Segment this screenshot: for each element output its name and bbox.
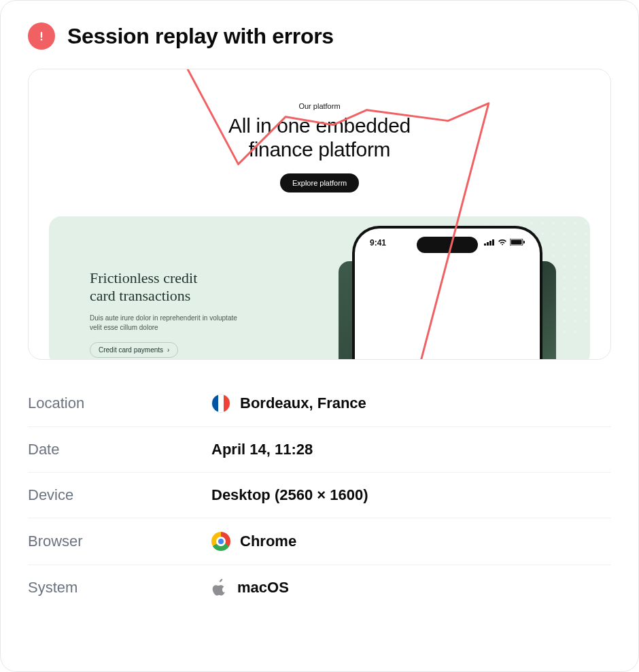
meta-value: macOS [211,579,289,597]
error-icon [28,22,55,50]
chevron-right-icon: › [167,346,169,354]
meta-label: System [28,579,211,597]
credit-card-payments-link[interactable]: Credit card payments › [90,342,178,358]
promo-title: Frictionless credit card transactions [90,269,280,305]
svg-rect-7 [511,240,522,245]
card-header: Session replay with errors [1,1,638,69]
phone-frame: 9:41 [352,226,542,360]
phone-notch [417,237,478,253]
svg-rect-4 [489,241,491,246]
promo-copy: Frictionless credit card transactions Du… [90,269,280,358]
meta-label: Browser [28,533,211,550]
promo-panel: Frictionless credit card transactions Du… [49,216,590,360]
svg-rect-3 [487,242,489,246]
meta-value: April 14, 11:28 [211,441,313,458]
explore-platform-button[interactable]: Explore platform [280,173,359,192]
meta-value: Chrome [211,532,296,551]
hero-title: All in one embedded finance platform [29,114,610,161]
hero-eyebrow: Our platform [29,102,610,110]
promo-description: Duis aute irure dolor in reprehenderit i… [90,314,239,333]
replay-preview[interactable]: Our platform All in one embedded finance… [28,69,611,360]
meta-label: Location [28,394,211,412]
meta-row-browser: Browser Chrome [28,518,611,565]
france-flag-icon [211,394,230,413]
meta-row-date: Date April 14, 11:28 [28,427,611,473]
card-title: Session replay with errors [67,24,334,49]
phone-time: 9:41 [370,238,386,248]
meta-value: Bordeaux, France [211,394,366,413]
signal-icon [484,238,495,248]
replay-content: Our platform All in one embedded finance… [29,69,610,359]
apple-icon [211,579,228,597]
meta-value: Desktop (2560 × 1600) [211,486,368,504]
meta-row-location: Location Bordeaux, France [28,380,611,427]
svg-rect-8 [523,241,525,243]
wifi-icon [498,238,507,248]
session-replay-card: Session replay with errors Our platform … [0,0,639,672]
svg-point-1 [41,39,42,40]
chrome-icon [211,532,230,551]
session-metadata: Location Bordeaux, France Date April 14,… [28,380,611,610]
battery-icon [510,238,525,248]
svg-rect-5 [492,239,494,246]
meta-label: Date [28,441,211,458]
meta-label: Device [28,486,211,504]
meta-row-system: System macOS [28,565,611,610]
meta-row-device: Device Desktop (2560 × 1600) [28,473,611,518]
svg-rect-2 [484,243,486,246]
phone-mockup: 4149 5472 2020 9876 01 / 2028 9:41 [352,226,542,360]
